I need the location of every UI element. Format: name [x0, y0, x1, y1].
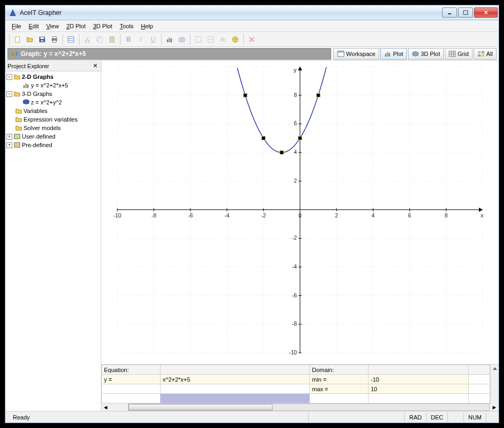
svg-text:0: 0 [299, 213, 302, 219]
tree-node-variables[interactable]: Variables [6, 107, 100, 115]
tool-b-button[interactable] [205, 34, 217, 45]
plot-area[interactable]: -10-8-6-4-22468-10-8-6-4-224680xy [101, 61, 499, 365]
svg-rect-2 [463, 11, 468, 14]
menu-file[interactable]: File [9, 22, 25, 30]
menu-view[interactable]: View [43, 22, 62, 30]
new-button[interactable] [12, 34, 23, 45]
collapse-icon[interactable]: − [6, 74, 12, 80]
svg-rect-43 [482, 51, 484, 53]
svg-text:6: 6 [408, 213, 411, 219]
print-button[interactable] [49, 34, 60, 45]
svg-rect-49 [14, 134, 20, 139]
open-button[interactable] [24, 34, 36, 45]
tree-node-pre-defined[interactable]: +Pre-defined [6, 141, 100, 149]
horizontal-scrollbar[interactable]: ◄ ► [101, 403, 499, 411]
graph-title-label: Graph: y = x^2+2*x+5 [21, 50, 86, 58]
paste-button[interactable] [106, 34, 118, 45]
expand-icon[interactable]: + [6, 142, 12, 148]
svg-text:-10: -10 [114, 213, 122, 219]
view-all-button[interactable]: All [474, 48, 497, 60]
max-input[interactable]: 10 [369, 384, 469, 394]
expression-input[interactable]: x^2+2*x+5 [161, 375, 310, 384]
svg-rect-47 [25, 84, 27, 88]
collapse-icon[interactable]: − [6, 91, 12, 97]
plot-canvas[interactable]: -10-8-6-4-22468-10-8-6-4-224680xy [101, 61, 499, 364]
svg-rect-121 [316, 93, 320, 97]
tree-node-eq2[interactable]: z = x^2+y^2 [6, 98, 100, 107]
svg-rect-10 [68, 36, 74, 42]
chart3d-button[interactable] [176, 34, 188, 45]
menubar: File Edit View 2D Plot 3D Plot Tools Hel… [5, 20, 499, 32]
tree-node-3d-graphs[interactable]: −3-D Graphs [6, 90, 100, 98]
folder-icon [15, 116, 22, 123]
sidebar-header: Project Explorer ✕ [5, 61, 101, 71]
minimize-button[interactable] [442, 7, 457, 18]
tree-node-eq1[interactable]: y = x^2+2*x+5 [6, 81, 100, 90]
close-button[interactable]: ✕ [474, 7, 498, 18]
fx-button[interactable]: fx [217, 34, 229, 45]
vertical-scrollbar[interactable] [490, 365, 499, 403]
chart-icon [11, 49, 19, 58]
svg-text:4: 4 [294, 149, 297, 155]
menu-help[interactable]: Help [138, 22, 156, 30]
tree-node-user-defined[interactable]: +User-defined [6, 132, 100, 141]
module-icon [13, 133, 21, 140]
project-explorer: Project Explorer ✕ −2-D Graphs y = x^2+2… [5, 61, 101, 411]
tree-node-expression-variables[interactable]: Expression variables [6, 115, 100, 124]
cut-button[interactable] [82, 34, 93, 45]
y-label: y = [102, 375, 161, 384]
help-button[interactable]: ? [229, 34, 241, 45]
svg-text:-2: -2 [261, 213, 266, 219]
chart-button[interactable] [164, 34, 175, 45]
expand-icon[interactable]: + [6, 134, 12, 140]
maximize-button[interactable] [458, 7, 473, 18]
view-workspace-button[interactable]: Workspace [333, 48, 379, 60]
svg-text:-10: -10 [289, 350, 297, 356]
tree-node-2d-graphs[interactable]: −2-D Graphs [6, 72, 100, 81]
status-dec: DEC [426, 413, 447, 422]
svg-text:-6: -6 [188, 213, 193, 219]
svg-text:-2: -2 [292, 235, 297, 241]
svg-text:-4: -4 [292, 264, 297, 270]
svg-text:-8: -8 [292, 321, 297, 327]
svg-rect-118 [262, 136, 266, 140]
min-input[interactable]: -10 [369, 375, 469, 384]
main-area: Project Explorer ✕ −2-D Graphs y = x^2+2… [5, 61, 499, 411]
svg-marker-0 [10, 9, 16, 16]
svg-rect-50 [14, 143, 20, 148]
svg-rect-20 [169, 37, 170, 42]
view-grid-button[interactable]: Grid [445, 48, 473, 60]
graph-header-row: Graph: y = x^2+2*x+5 Workspace Plot 3D P… [5, 47, 499, 61]
tool-a-button[interactable] [193, 34, 204, 45]
menu-edit[interactable]: Edit [26, 22, 42, 30]
view-3dplot-button[interactable]: 3D Plot [408, 48, 444, 60]
copy-button[interactable] [94, 34, 106, 45]
bold-button[interactable]: B [123, 34, 134, 45]
menu-3dplot[interactable]: 3D Plot [90, 22, 115, 30]
italic-button[interactable]: I [135, 34, 147, 45]
svg-text:y: y [294, 67, 297, 73]
menu-2dplot[interactable]: 2D Plot [63, 22, 89, 30]
svg-rect-8 [53, 36, 57, 38]
domain-label: Domain: [310, 365, 369, 375]
view-plot-button[interactable]: Plot [380, 48, 407, 60]
save-button[interactable] [36, 34, 48, 45]
status-num: NUM [463, 413, 486, 422]
svg-text:2: 2 [294, 178, 297, 184]
selection-bar[interactable] [161, 394, 310, 403]
svg-rect-119 [280, 151, 284, 155]
properties-button[interactable] [65, 34, 77, 45]
svg-rect-46 [23, 85, 25, 88]
toolbar: B I U fx ? [5, 32, 499, 47]
menu-tools[interactable]: Tools [117, 22, 137, 30]
folder-icon [15, 107, 22, 115]
delete-button[interactable] [246, 34, 258, 45]
underline-button[interactable]: U [147, 34, 159, 45]
sidebar-close-button[interactable]: ✕ [91, 62, 99, 69]
svg-text:-8: -8 [151, 213, 156, 219]
svg-rect-17 [110, 37, 115, 42]
surface-icon [22, 99, 30, 106]
tree-node-solver-models[interactable]: Solver models [6, 124, 100, 132]
svg-rect-5 [41, 37, 44, 39]
svg-rect-37 [449, 51, 455, 56]
